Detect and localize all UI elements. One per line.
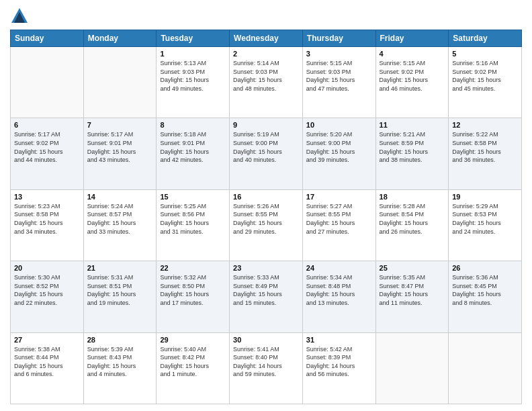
col-header-thursday: Thursday	[302, 30, 375, 47]
day-number: 12	[452, 121, 518, 129]
day-number: 11	[380, 121, 445, 129]
calendar-cell: 10Sunrise: 5:20 AM Sunset: 9:00 PM Dayli…	[302, 118, 375, 189]
calendar-cell: 28Sunrise: 5:39 AM Sunset: 8:43 PM Dayli…	[83, 332, 157, 404]
day-number: 25	[380, 264, 445, 272]
day-number: 18	[380, 193, 445, 201]
col-header-wednesday: Wednesday	[230, 30, 303, 47]
page: SundayMondayTuesdayWednesdayThursdayFrid…	[0, 0, 532, 411]
day-number: 1	[160, 50, 226, 58]
cell-sun-info: Sunrise: 5:28 AM Sunset: 8:54 PM Dayligh…	[380, 202, 445, 236]
day-number: 14	[87, 193, 153, 201]
calendar-cell: 5Sunrise: 5:16 AM Sunset: 9:02 PM Daylig…	[449, 47, 522, 118]
day-number: 20	[14, 264, 80, 272]
cell-sun-info: Sunrise: 5:36 AM Sunset: 8:45 PM Dayligh…	[452, 273, 518, 307]
calendar-cell: 12Sunrise: 5:22 AM Sunset: 8:58 PM Dayli…	[449, 118, 522, 189]
day-number: 23	[233, 264, 299, 272]
cell-sun-info: Sunrise: 5:26 AM Sunset: 8:55 PM Dayligh…	[233, 202, 299, 236]
cell-sun-info: Sunrise: 5:16 AM Sunset: 9:02 PM Dayligh…	[452, 59, 518, 93]
calendar-table: SundayMondayTuesdayWednesdayThursdayFrid…	[10, 30, 522, 404]
day-number: 21	[87, 264, 153, 272]
calendar-cell: 20Sunrise: 5:30 AM Sunset: 8:52 PM Dayli…	[11, 261, 84, 332]
calendar-cell: 3Sunrise: 5:15 AM Sunset: 9:03 PM Daylig…	[302, 47, 375, 118]
calendar-cell: 23Sunrise: 5:33 AM Sunset: 8:49 PM Dayli…	[230, 261, 303, 332]
day-number: 9	[233, 121, 299, 129]
day-number: 30	[233, 336, 299, 344]
calendar-cell: 8Sunrise: 5:18 AM Sunset: 9:01 PM Daylig…	[157, 118, 230, 189]
col-header-tuesday: Tuesday	[157, 30, 230, 47]
day-number: 29	[160, 336, 226, 344]
col-header-sunday: Sunday	[11, 30, 84, 47]
day-number: 15	[160, 193, 226, 201]
cell-sun-info: Sunrise: 5:33 AM Sunset: 8:49 PM Dayligh…	[233, 273, 299, 307]
calendar-cell: 9Sunrise: 5:19 AM Sunset: 9:00 PM Daylig…	[230, 118, 303, 189]
cell-sun-info: Sunrise: 5:27 AM Sunset: 8:55 PM Dayligh…	[306, 202, 372, 236]
calendar-cell: 2Sunrise: 5:14 AM Sunset: 9:03 PM Daylig…	[230, 47, 303, 118]
day-number: 17	[306, 193, 372, 201]
day-number: 31	[306, 336, 372, 344]
day-number: 2	[233, 50, 299, 58]
cell-sun-info: Sunrise: 5:39 AM Sunset: 8:43 PM Dayligh…	[87, 345, 153, 379]
day-number: 13	[14, 193, 80, 201]
cell-sun-info: Sunrise: 5:30 AM Sunset: 8:52 PM Dayligh…	[14, 273, 80, 307]
calendar-cell: 27Sunrise: 5:38 AM Sunset: 8:44 PM Dayli…	[11, 332, 84, 404]
calendar-cell	[83, 47, 157, 118]
calendar-cell: 16Sunrise: 5:26 AM Sunset: 8:55 PM Dayli…	[230, 189, 303, 261]
cell-sun-info: Sunrise: 5:17 AM Sunset: 9:02 PM Dayligh…	[14, 130, 80, 164]
logo	[10, 7, 30, 26]
calendar-cell: 6Sunrise: 5:17 AM Sunset: 9:02 PM Daylig…	[11, 118, 84, 189]
cell-sun-info: Sunrise: 5:19 AM Sunset: 9:00 PM Dayligh…	[233, 130, 299, 164]
calendar-cell: 21Sunrise: 5:31 AM Sunset: 8:51 PM Dayli…	[83, 261, 157, 332]
cell-sun-info: Sunrise: 5:22 AM Sunset: 8:58 PM Dayligh…	[452, 130, 518, 164]
day-number: 26	[452, 264, 518, 272]
calendar-cell: 29Sunrise: 5:40 AM Sunset: 8:42 PM Dayli…	[157, 332, 230, 404]
calendar-cell: 14Sunrise: 5:24 AM Sunset: 8:57 PM Dayli…	[83, 189, 157, 261]
col-header-friday: Friday	[375, 30, 449, 47]
calendar-cell	[375, 332, 449, 404]
cell-sun-info: Sunrise: 5:40 AM Sunset: 8:42 PM Dayligh…	[160, 345, 226, 379]
cell-sun-info: Sunrise: 5:24 AM Sunset: 8:57 PM Dayligh…	[87, 202, 153, 236]
day-number: 8	[160, 121, 226, 129]
calendar-cell: 26Sunrise: 5:36 AM Sunset: 8:45 PM Dayli…	[449, 261, 522, 332]
calendar-cell: 4Sunrise: 5:15 AM Sunset: 9:02 PM Daylig…	[375, 47, 449, 118]
cell-sun-info: Sunrise: 5:41 AM Sunset: 8:40 PM Dayligh…	[233, 345, 299, 379]
cell-sun-info: Sunrise: 5:35 AM Sunset: 8:47 PM Dayligh…	[380, 273, 445, 307]
calendar-cell: 13Sunrise: 5:23 AM Sunset: 8:58 PM Dayli…	[11, 189, 84, 261]
day-number: 27	[14, 336, 80, 344]
day-number: 4	[380, 50, 445, 58]
cell-sun-info: Sunrise: 5:15 AM Sunset: 9:03 PM Dayligh…	[306, 59, 372, 93]
day-number: 3	[306, 50, 372, 58]
cell-sun-info: Sunrise: 5:31 AM Sunset: 8:51 PM Dayligh…	[87, 273, 153, 307]
calendar-cell: 11Sunrise: 5:21 AM Sunset: 8:59 PM Dayli…	[375, 118, 449, 189]
calendar-cell: 25Sunrise: 5:35 AM Sunset: 8:47 PM Dayli…	[375, 261, 449, 332]
day-number: 19	[452, 193, 518, 201]
cell-sun-info: Sunrise: 5:29 AM Sunset: 8:53 PM Dayligh…	[452, 202, 518, 236]
cell-sun-info: Sunrise: 5:20 AM Sunset: 9:00 PM Dayligh…	[306, 130, 372, 164]
calendar-cell: 17Sunrise: 5:27 AM Sunset: 8:55 PM Dayli…	[302, 189, 375, 261]
cell-sun-info: Sunrise: 5:38 AM Sunset: 8:44 PM Dayligh…	[14, 345, 80, 379]
col-header-saturday: Saturday	[449, 30, 522, 47]
calendar-cell: 30Sunrise: 5:41 AM Sunset: 8:40 PM Dayli…	[230, 332, 303, 404]
day-number: 24	[306, 264, 372, 272]
calendar-cell: 15Sunrise: 5:25 AM Sunset: 8:56 PM Dayli…	[157, 189, 230, 261]
calendar-cell: 31Sunrise: 5:42 AM Sunset: 8:39 PM Dayli…	[302, 332, 375, 404]
day-number: 6	[14, 121, 80, 129]
cell-sun-info: Sunrise: 5:17 AM Sunset: 9:01 PM Dayligh…	[87, 130, 153, 164]
col-header-monday: Monday	[83, 30, 157, 47]
cell-sun-info: Sunrise: 5:14 AM Sunset: 9:03 PM Dayligh…	[233, 59, 299, 93]
cell-sun-info: Sunrise: 5:21 AM Sunset: 8:59 PM Dayligh…	[380, 130, 445, 164]
calendar-cell	[11, 47, 84, 118]
calendar-cell: 19Sunrise: 5:29 AM Sunset: 8:53 PM Dayli…	[449, 189, 522, 261]
logo-icon	[10, 7, 29, 26]
cell-sun-info: Sunrise: 5:42 AM Sunset: 8:39 PM Dayligh…	[306, 345, 372, 379]
calendar-cell	[449, 332, 522, 404]
day-number: 5	[452, 50, 518, 58]
cell-sun-info: Sunrise: 5:34 AM Sunset: 8:48 PM Dayligh…	[306, 273, 372, 307]
cell-sun-info: Sunrise: 5:13 AM Sunset: 9:03 PM Dayligh…	[160, 59, 226, 93]
day-number: 7	[87, 121, 153, 129]
calendar-cell: 1Sunrise: 5:13 AM Sunset: 9:03 PM Daylig…	[157, 47, 230, 118]
day-number: 28	[87, 336, 153, 344]
day-number: 16	[233, 193, 299, 201]
calendar-cell: 22Sunrise: 5:32 AM Sunset: 8:50 PM Dayli…	[157, 261, 230, 332]
cell-sun-info: Sunrise: 5:23 AM Sunset: 8:58 PM Dayligh…	[14, 202, 80, 236]
calendar-cell: 24Sunrise: 5:34 AM Sunset: 8:48 PM Dayli…	[302, 261, 375, 332]
